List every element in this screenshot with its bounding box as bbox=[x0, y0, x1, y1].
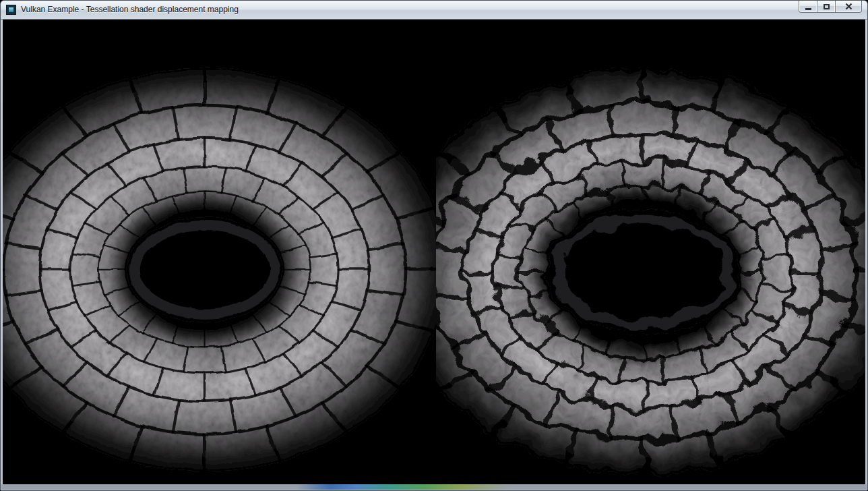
app-window: Vulkan Example - Tessellation shader dis… bbox=[0, 0, 868, 491]
window-title: Vulkan Example - Tessellation shader dis… bbox=[21, 1, 239, 20]
maximize-button[interactable] bbox=[817, 1, 836, 13]
render-viewport[interactable] bbox=[3, 20, 865, 484]
maximize-icon bbox=[824, 4, 830, 9]
close-icon bbox=[845, 3, 852, 10]
app-icon-glyph bbox=[9, 7, 13, 12]
minimize-icon bbox=[805, 8, 811, 10]
titlebar[interactable]: Vulkan Example - Tessellation shader dis… bbox=[1, 1, 867, 20]
vulkan-scene bbox=[3, 20, 865, 484]
window-controls bbox=[799, 1, 862, 13]
minimize-button[interactable] bbox=[799, 1, 817, 13]
close-button[interactable] bbox=[835, 1, 862, 13]
bottom-frame bbox=[1, 484, 867, 490]
app-icon[interactable] bbox=[6, 5, 16, 15]
